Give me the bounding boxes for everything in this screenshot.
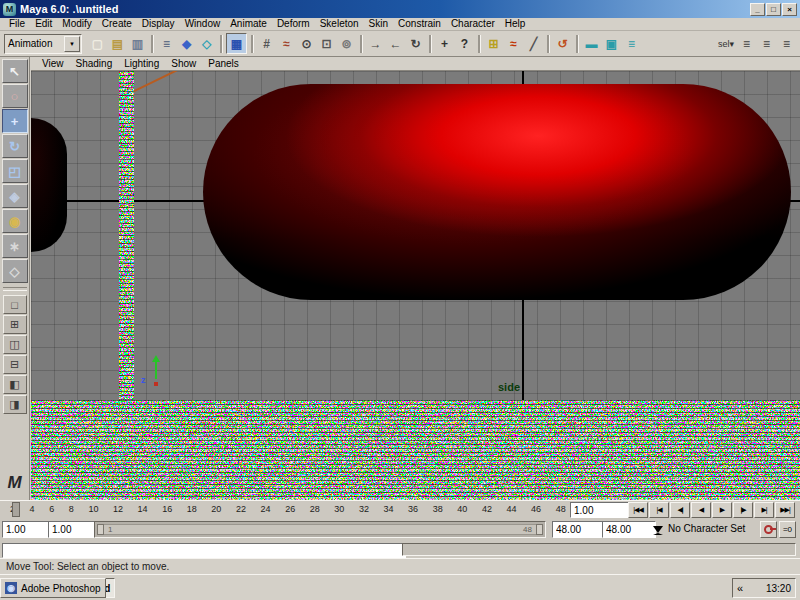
viewport-side[interactable]: side z xyxy=(31,71,800,500)
step-forward-one-key-button[interactable]: ▶| xyxy=(754,502,774,518)
four-pane-layout-button[interactable]: ⊞ xyxy=(3,315,27,334)
show-ui-element-icon[interactable]: ≡ xyxy=(757,34,776,53)
curve-tool-icon[interactable]: ≈ xyxy=(504,34,523,53)
lasso-select-tool-button[interactable]: ○ xyxy=(2,84,28,108)
modeling-grid-icon[interactable]: ⊞ xyxy=(484,34,503,53)
persp-graph-layout-button[interactable]: ◨ xyxy=(3,395,27,414)
go-to-end-button[interactable]: ▶▶| xyxy=(775,502,795,518)
scale-tool-button[interactable]: ◰ xyxy=(2,159,28,183)
open-scene-icon[interactable]: ▤ xyxy=(108,34,127,53)
noise-artifact-band xyxy=(31,400,800,500)
animation-preferences-button[interactable]: =0 xyxy=(779,521,796,538)
snap-to-grids-icon[interactable]: # xyxy=(257,34,276,53)
menu-set-selector[interactable]: Animation ▼ xyxy=(4,34,82,54)
animation-end-field[interactable] xyxy=(602,521,656,538)
select-by-object-icon[interactable]: ◆ xyxy=(177,34,196,53)
panel-menu-item[interactable]: Panels xyxy=(202,58,245,69)
two-pane-side-by-side-layout-button[interactable]: ◫ xyxy=(3,335,27,354)
render-current-frame-icon[interactable]: ▬ xyxy=(582,34,601,53)
play-forwards-button[interactable]: ▶ xyxy=(712,502,732,518)
soft-modification-tool-button[interactable]: ◉ xyxy=(2,209,28,233)
select-by-component-icon[interactable]: ◇ xyxy=(197,34,216,53)
save-scene-icon[interactable]: ▥ xyxy=(128,34,147,53)
new-scene-icon[interactable]: ▢ xyxy=(88,34,107,53)
close-button[interactable]: × xyxy=(782,3,797,16)
show-ui-element-icon[interactable]: ≡ xyxy=(777,34,796,53)
menubar-item[interactable]: Deform xyxy=(272,18,315,30)
time-slider-track[interactable]: 2468101214161820222426283032343638404244… xyxy=(10,504,566,514)
playback-start-field[interactable] xyxy=(48,521,98,538)
single-pane-layout-button[interactable]: □ xyxy=(3,295,27,314)
animation-start-field[interactable] xyxy=(2,521,52,538)
range-slider-bar[interactable]: 1 48 xyxy=(97,524,543,535)
menubar-item[interactable]: Character xyxy=(446,18,500,30)
panel-menu-item[interactable]: View xyxy=(36,58,70,69)
menubar-item[interactable]: Skeleton xyxy=(315,18,364,30)
current-time-marker[interactable] xyxy=(12,502,20,517)
frame-number: 22 xyxy=(236,504,246,514)
minimize-button[interactable]: _ xyxy=(750,3,765,16)
snap-to-view-planes-icon[interactable]: ⊡ xyxy=(317,34,336,53)
black-capsule-end-object[interactable] xyxy=(31,118,67,252)
select-tool-button[interactable]: ↖ xyxy=(2,59,28,83)
move-tool-button[interactable]: + xyxy=(2,109,28,133)
range-end-handle[interactable] xyxy=(536,524,543,535)
render-settings-icon[interactable]: ≡ xyxy=(622,34,641,53)
time-slider[interactable]: 2468101214161820222426283032343638404244… xyxy=(0,500,800,518)
show-manipulator-tool-button[interactable]: ∗ xyxy=(2,234,28,258)
view-label: side xyxy=(498,381,520,393)
redo-curve-icon[interactable]: ↺ xyxy=(553,34,572,53)
menubar-item[interactable]: Animate xyxy=(225,18,272,30)
rotate-tool-button[interactable]: ↻ xyxy=(2,134,28,158)
selection-mask-button[interactable]: ▦ xyxy=(226,33,247,54)
current-time-field[interactable] xyxy=(570,502,630,518)
panel-menu-item[interactable]: Shading xyxy=(70,58,119,69)
playback-end-field[interactable] xyxy=(552,521,606,538)
selection-field-label[interactable]: sel▾ xyxy=(716,34,736,53)
maximize-button[interactable]: □ xyxy=(766,3,781,16)
menubar-item[interactable]: File xyxy=(4,18,30,30)
character-set-menu-arrow[interactable] xyxy=(653,526,663,535)
snap-to-points-icon[interactable]: ⊙ xyxy=(297,34,316,53)
show-ui-element-icon[interactable]: ≡ xyxy=(737,34,756,53)
snap-to-curves-icon[interactable]: ≈ xyxy=(277,34,296,53)
step-back-one-frame-button[interactable]: ◀| xyxy=(670,502,690,518)
character-set-selector[interactable]: No Character Set xyxy=(668,523,745,534)
toolbar-separator xyxy=(220,35,222,53)
ipr-render-icon[interactable]: ▣ xyxy=(602,34,621,53)
menubar-item[interactable]: Help xyxy=(500,18,531,30)
add-attribute-icon[interactable]: + xyxy=(435,34,454,53)
auto-keyframe-button[interactable] xyxy=(760,521,777,538)
range-start-handle[interactable] xyxy=(97,524,104,535)
tray-chevron-icon[interactable]: « xyxy=(737,582,743,594)
last-tool-button[interactable]: ◇ xyxy=(2,259,28,283)
menubar-item[interactable]: Edit xyxy=(30,18,57,30)
step-back-one-key-button[interactable]: |◀ xyxy=(649,502,669,518)
x-axis-dot xyxy=(154,382,158,386)
range-slider-track[interactable]: 1 48 xyxy=(94,521,546,538)
menubar-item[interactable]: Display xyxy=(137,18,180,30)
menubar-item[interactable]: Constrain xyxy=(393,18,446,30)
play-backwards-button[interactable]: ◀ xyxy=(691,502,711,518)
panel-menu-item[interactable]: Lighting xyxy=(118,58,165,69)
make-live-icon[interactable]: ⊚ xyxy=(337,34,356,53)
menubar-item[interactable]: Skin xyxy=(364,18,393,30)
menubar-item[interactable]: Window xyxy=(180,18,226,30)
red-capsule-object[interactable] xyxy=(203,84,791,300)
menubar-item[interactable]: Create xyxy=(97,18,137,30)
command-line-input[interactable] xyxy=(2,543,406,558)
go-to-start-button[interactable]: |◀◀ xyxy=(628,502,648,518)
help-icon[interactable]: ? xyxy=(455,34,474,53)
construction-history-icon[interactable]: ↻ xyxy=(406,34,425,53)
pencil-tool-icon[interactable]: ╱ xyxy=(524,34,543,53)
persp-outliner-layout-button[interactable]: ◧ xyxy=(3,375,27,394)
input-connections-icon[interactable]: → xyxy=(366,34,385,53)
taskbar-task-photoshop[interactable]: ◉ Adobe Photoshop xyxy=(0,578,106,598)
panel-menu-item[interactable]: Show xyxy=(165,58,202,69)
universal-manipulator-tool-button[interactable]: ◈ xyxy=(2,184,28,208)
menubar-item[interactable]: Modify xyxy=(57,18,96,30)
output-connections-icon[interactable]: ← xyxy=(386,34,405,53)
step-forward-one-frame-button[interactable]: |▶ xyxy=(733,502,753,518)
two-pane-stacked-layout-button[interactable]: ⊟ xyxy=(3,355,27,374)
select-by-hierarchy-icon[interactable]: ≡ xyxy=(157,34,176,53)
